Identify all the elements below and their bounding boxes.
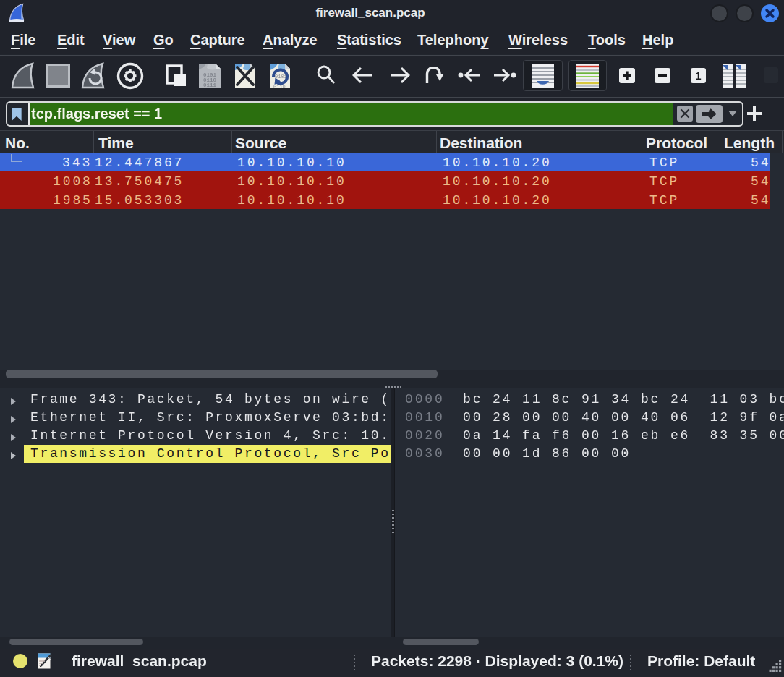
svg-text:0111: 0111 xyxy=(203,82,217,88)
